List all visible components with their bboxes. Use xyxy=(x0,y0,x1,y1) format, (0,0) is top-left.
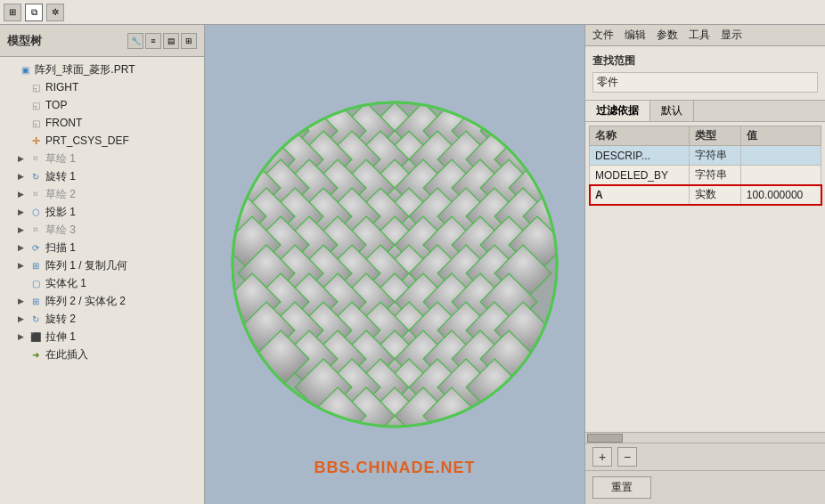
sketch-icon-2: ⌗ xyxy=(29,187,43,201)
grid-icon[interactable]: ⊞ xyxy=(4,4,21,21)
menu-display[interactable]: 显示 xyxy=(721,28,742,43)
tree-item-csys[interactable]: ✛ PRT_CSYS_DEF xyxy=(0,132,204,150)
tree-label-insert: 在此插入 xyxy=(45,347,88,362)
copy-icon[interactable]: ⧉ xyxy=(25,4,43,21)
table-row-modeled[interactable]: MODELED_BY 字符串 xyxy=(590,166,821,185)
plane-icon-front: ◱ xyxy=(29,116,43,130)
tree-item-array2[interactable]: ▶ ⊞ 阵列 2 / 实体化 2 xyxy=(0,292,204,310)
tree-item-sketch3[interactable]: ▶ ⌗ 草绘 3 xyxy=(0,221,204,239)
proj-icon: ⬡ xyxy=(29,205,43,219)
bottom-controls: + − xyxy=(585,443,825,470)
tree-label-sketch3: 草绘 3 xyxy=(45,223,76,238)
tree-label-root: 阵列_球面_菱形.PRT xyxy=(35,62,135,77)
tree-item-top[interactable]: ◱ TOP xyxy=(0,96,204,114)
panel-filter-icon[interactable]: ▤ xyxy=(163,33,179,49)
array-icon-2: ⊞ xyxy=(29,294,43,308)
tree-arrow-revolve2: ▶ xyxy=(18,314,29,323)
extrude-icon: ⬛ xyxy=(29,329,43,344)
right-menu-bar: 文件 编辑 参数 工具 显示 xyxy=(585,25,825,46)
col-header-type: 类型 xyxy=(690,126,741,146)
tree-arrow-proj1: ▶ xyxy=(18,207,29,216)
tree-label-solid1: 实体化 1 xyxy=(45,276,86,291)
tree-item-sketch2[interactable]: ▶ ⌗ 草绘 2 xyxy=(0,185,204,203)
tree-item-root[interactable]: ▣ 阵列_球面_菱形.PRT xyxy=(0,61,204,78)
tree-label-extrude1: 拉伸 1 xyxy=(45,329,76,345)
tree-label-front: FRONT xyxy=(45,117,82,129)
tree-item-right[interactable]: ◱ RIGHT xyxy=(0,78,204,96)
tree-arrow-extrude1: ▶ xyxy=(18,332,29,341)
tree-item-proj1[interactable]: ▶ ⬡ 投影 1 xyxy=(0,203,204,221)
panel-expand-icon[interactable]: ⊞ xyxy=(181,33,197,49)
menu-file[interactable]: 文件 xyxy=(592,28,614,43)
panel-list-icon[interactable]: ≡ xyxy=(145,33,161,49)
tree-arrow-array2: ▶ xyxy=(18,297,29,305)
watermark: BBS.CHINADE.NET xyxy=(314,459,475,477)
pin-icon[interactable]: ✲ xyxy=(46,4,64,21)
sphere-container xyxy=(225,95,564,434)
remove-param-button[interactable]: − xyxy=(617,447,637,467)
tree-label-sketch1: 草绘 1 xyxy=(45,151,76,167)
tree-label-right: RIGHT xyxy=(45,81,78,93)
plane-icon-right: ◱ xyxy=(29,80,43,94)
sketch-icon-1: ⌗ xyxy=(29,151,43,166)
filter-tabs: 过滤依据 默认 xyxy=(585,101,825,122)
tree-item-sketch1[interactable]: ▶ ⌗ 草绘 1 xyxy=(0,150,204,167)
tree-label-sweep1: 扫描 1 xyxy=(45,240,76,256)
menu-edit[interactable]: 编辑 xyxy=(625,28,646,43)
tree-item-revolve1[interactable]: ▶ ↻ 旋转 1 xyxy=(0,167,204,185)
solid-icon: ▢ xyxy=(29,276,43,290)
tree-arrow-sketch2: ▶ xyxy=(18,190,29,199)
cell-name-modeled: MODELED_BY xyxy=(590,166,690,185)
tree-arrow-sketch3: ▶ xyxy=(18,225,29,234)
menu-tools[interactable]: 工具 xyxy=(689,28,710,43)
top-toolbar: ⊞ ⧉ ✲ xyxy=(0,0,825,25)
sketch-icon-3: ⌗ xyxy=(29,223,43,237)
tree-label-revolve2: 旋转 2 xyxy=(45,312,76,327)
filter-tab-0[interactable]: 过滤依据 xyxy=(585,101,650,121)
csys-icon: ✛ xyxy=(29,134,43,148)
reset-button[interactable]: 重置 xyxy=(592,476,651,499)
reset-section: 重置 xyxy=(585,470,825,504)
menu-params[interactable]: 参数 xyxy=(657,28,678,43)
left-panel: 模型树 🔧 ≡ ▤ ⊞ ▣ 阵列_球面_菱形.PRT ◱ RIGHT xyxy=(0,25,205,504)
tree-item-array1[interactable]: ▶ ⊞ 阵列 1 / 复制几何 xyxy=(0,256,204,274)
filter-tab-1[interactable]: 默认 xyxy=(650,101,694,121)
cell-name-descrip: DESCRIP... xyxy=(590,146,690,166)
folder-icon: ▣ xyxy=(18,62,32,77)
tree-label-revolve1: 旋转 1 xyxy=(45,169,76,184)
tree-label-top: TOP xyxy=(45,99,67,111)
panel-settings-icon[interactable]: 🔧 xyxy=(127,33,143,49)
cell-value-modeled xyxy=(740,166,821,185)
table-row-a[interactable]: A 实数 100.000000 xyxy=(590,185,821,205)
search-section: 查找范围 零件 xyxy=(585,46,825,101)
left-panel-header: 模型树 🔧 ≡ ▤ ⊞ xyxy=(0,25,204,57)
insert-icon: ➜ xyxy=(29,347,43,362)
tree-arrow-array1: ▶ xyxy=(18,261,29,270)
add-param-button[interactable]: + xyxy=(592,447,612,467)
cell-type-a: 实数 xyxy=(690,185,741,205)
array-icon-1: ⊞ xyxy=(29,258,43,272)
search-scope-label: 查找范围 xyxy=(592,53,818,69)
tree-item-front[interactable]: ◱ FRONT xyxy=(0,114,204,132)
scrollbar-stub[interactable] xyxy=(585,432,825,443)
search-scope-value[interactable]: 零件 xyxy=(592,72,818,93)
tree-item-extrude1[interactable]: ▶ ⬛ 拉伸 1 xyxy=(0,328,204,345)
params-table: 名称 类型 值 DESCRIP... 字符串 MODELED_BY 字符串 xyxy=(589,126,821,205)
right-panel: 文件 编辑 参数 工具 显示 查找范围 零件 过滤依据 默认 名称 类型 值 xyxy=(584,25,825,504)
tree-item-insert[interactable]: ➜ 在此插入 xyxy=(0,345,204,363)
plane-icon-top: ◱ xyxy=(29,98,43,112)
tree-area: ▣ 阵列_球面_菱形.PRT ◱ RIGHT ◱ TOP ◱ FRONT xyxy=(0,57,204,504)
panel-title: 模型树 xyxy=(7,33,42,49)
tree-arrow-sweep1: ▶ xyxy=(18,243,29,252)
tree-item-solid1[interactable]: ▢ 实体化 1 xyxy=(0,274,204,292)
tree-item-sweep1[interactable]: ▶ ⟳ 扫描 1 xyxy=(0,239,204,256)
table-row-descrip[interactable]: DESCRIP... 字符串 xyxy=(590,146,821,166)
tree-label-array1: 阵列 1 / 复制几何 xyxy=(45,258,127,273)
tree-label-proj1: 投影 1 xyxy=(45,205,76,220)
center-viewport: BBS.CHINADE.NET xyxy=(205,25,584,504)
cell-value-descrip xyxy=(740,146,821,166)
panel-toolbar: 🔧 ≡ ▤ ⊞ xyxy=(127,33,197,49)
tree-arrow-sketch1: ▶ xyxy=(18,154,29,163)
tree-item-revolve2[interactable]: ▶ ↻ 旋转 2 xyxy=(0,310,204,328)
tree-label-sketch2: 草绘 2 xyxy=(45,187,76,202)
